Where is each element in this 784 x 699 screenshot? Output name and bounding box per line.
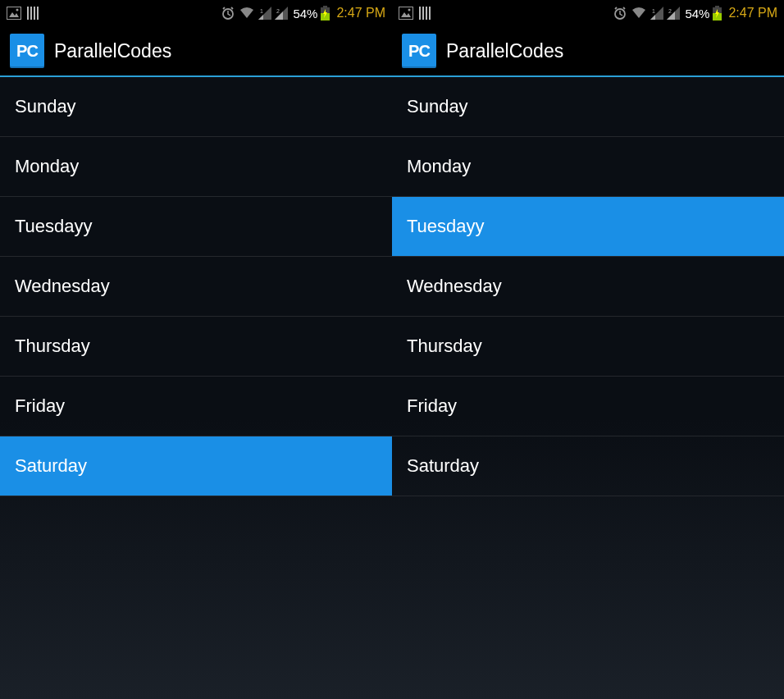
status-left [399,6,433,21]
list-item-label: Sunday [15,96,76,117]
list-item[interactable]: Sunday [392,77,784,137]
list-item[interactable]: Tuesdayy [0,197,392,257]
picture-notification-icon [399,7,413,20]
list-item[interactable]: Wednesday [0,257,392,317]
phone-screen-right: 1 2 54% 2:47 PM PC ParallelCodes Sunday … [392,0,784,699]
signal-sim1-icon: 1 [258,7,271,20]
svg-marker-1 [9,12,19,17]
list-item[interactable]: Wednesday [392,257,784,317]
app-icon[interactable]: PC [402,34,436,68]
list-item[interactable]: Sunday [0,77,392,137]
signal-sim2-icon: 2 [275,7,288,20]
list-item-label: Wednesday [15,276,110,297]
svg-rect-0 [7,7,21,20]
barcode-notification-icon [418,6,433,21]
svg-rect-3 [27,7,29,20]
battery-percentage: 54% [293,7,317,21]
list-item[interactable]: Monday [392,137,784,197]
list-item-label: Saturday [15,455,87,477]
list-item-label: Tuesdayy [407,216,485,237]
list-item[interactable]: Thursday [0,317,392,377]
app-title: ParallelCodes [446,40,563,62]
svg-text:2: 2 [276,8,280,14]
day-list: Sunday Monday Tuesdayy Wednesday Thursda… [392,77,784,496]
list-item-label: Friday [407,395,457,417]
svg-rect-22 [422,7,424,20]
svg-rect-21 [419,7,421,20]
clock-text: 2:47 PM [336,6,385,21]
list-item[interactable]: Saturday [392,436,784,496]
list-item-label: Tuesdayy [15,216,93,237]
list-item-label: Saturday [407,455,479,477]
list-item[interactable]: Saturday [0,436,392,496]
svg-text:1: 1 [260,8,263,14]
svg-rect-4 [30,7,32,20]
app-title: ParallelCodes [54,40,171,62]
status-bar: 1 2 54% 2:47 PM [0,0,392,26]
svg-marker-9 [258,15,263,20]
svg-rect-6 [37,7,39,20]
status-left [7,6,41,21]
svg-point-20 [408,9,411,11]
list-item-label: Wednesday [407,276,502,297]
list-item-label: Thursday [407,336,482,357]
day-list: Sunday Monday Tuesdayy Wednesday Thursda… [0,77,392,496]
barcode-notification-icon [26,6,41,21]
svg-marker-19 [401,12,411,17]
clock-text: 2:47 PM [728,6,777,21]
list-item[interactable]: Monday [0,137,392,197]
svg-point-2 [16,9,19,11]
list-item[interactable]: Thursday [392,317,784,377]
alarm-icon [221,6,235,21]
status-right: 1 2 54% 2:47 PM [613,6,777,21]
alarm-icon [613,6,627,21]
list-item[interactable]: Friday [392,377,784,436]
list-item-label: Monday [407,156,471,177]
svg-rect-5 [34,7,35,20]
svg-rect-24 [429,7,431,20]
signal-sim2-icon: 2 [667,7,680,20]
picture-notification-icon [7,7,21,20]
list-item[interactable]: Friday [0,377,392,436]
status-bar: 1 2 54% 2:47 PM [392,0,784,26]
list-item-label: Thursday [15,336,90,357]
wifi-icon [239,7,255,20]
signal-sim1-icon: 1 [650,7,663,20]
svg-rect-23 [426,7,427,20]
svg-rect-33 [715,6,719,7]
list-item-label: Monday [15,156,79,177]
app-bar: PC ParallelCodes [0,26,392,77]
svg-text:1: 1 [652,8,655,14]
list-item-label: Friday [15,395,65,417]
svg-text:2: 2 [668,8,672,14]
battery-charging-icon [321,6,330,21]
svg-rect-15 [323,6,327,7]
battery-charging-icon [713,6,722,21]
app-icon[interactable]: PC [10,34,44,68]
battery-percentage: 54% [685,7,709,21]
svg-rect-18 [399,7,413,20]
app-bar: PC ParallelCodes [392,26,784,77]
wifi-icon [631,7,647,20]
list-item[interactable]: Tuesdayy [392,197,784,257]
svg-marker-27 [650,15,655,20]
phone-screen-left: 1 2 54% 2:47 PM PC ParallelCodes Sunday … [0,0,392,699]
list-item-label: Sunday [407,96,468,117]
status-right: 1 2 54% 2:47 PM [221,6,385,21]
